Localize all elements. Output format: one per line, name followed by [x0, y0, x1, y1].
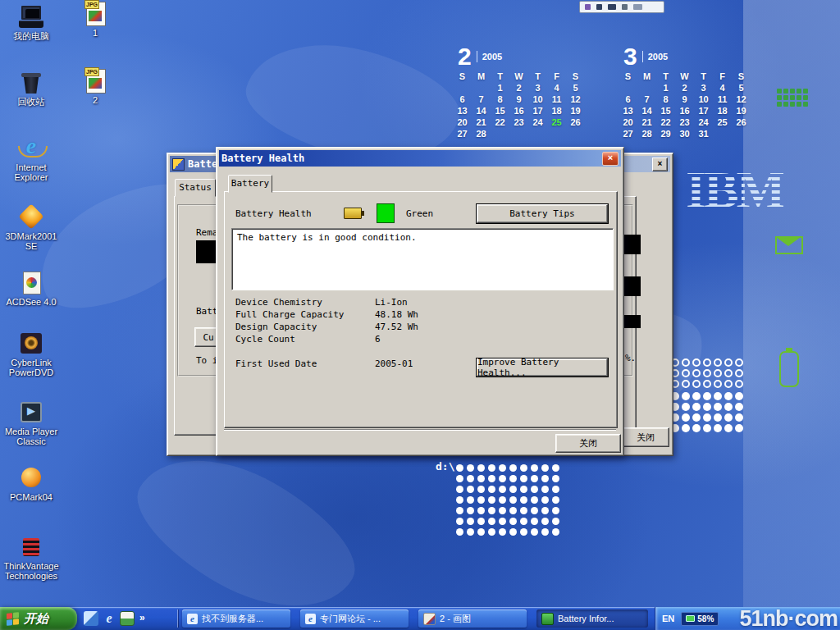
tab-battery[interactable]: Battery — [228, 175, 272, 193]
battery-tray-indicator[interactable]: 58% — [681, 612, 719, 626]
quick-launch-media-icon[interactable] — [120, 611, 135, 626]
taskbar-task-forum[interactable]: e 专门网论坛 - ... — [300, 609, 409, 628]
dot — [714, 424, 722, 432]
calendar-day: 25 — [547, 116, 566, 128]
calendar-day — [566, 128, 585, 139]
desktop-icon-recycle-bin[interactable]: 回收站 — [0, 71, 62, 107]
powerdvd-icon — [16, 331, 46, 356]
calendar-header: 3 2005 — [619, 43, 756, 71]
dot — [783, 95, 788, 100]
taskbar: 开始 e » e 找不到服务器... e 专门网论坛 - ... 2 - 画图 … — [0, 607, 840, 630]
watermark: 51nb·com — [739, 607, 838, 630]
close-button[interactable]: × — [602, 152, 619, 166]
wallpaper-dot-grid — [456, 464, 559, 536]
calendar-day: 31 — [694, 128, 713, 139]
dot — [456, 475, 463, 482]
wallpaper-calendar-february: 2 2005 SMTWTFS 1234567891011121314151617… — [453, 43, 591, 139]
battery-detail-row: Device Chemistry Li-Ion — [235, 296, 605, 308]
calendar-day-header: T — [491, 71, 509, 82]
improve-battery-health-button[interactable]: Improve Battery Health... — [477, 358, 608, 377]
quick-launch-overflow-chevron[interactable]: » — [139, 612, 145, 623]
wallpaper-dot-grid — [671, 358, 743, 388]
calendar-day: 9 — [509, 94, 528, 105]
dot — [488, 475, 495, 482]
desktop-icon-media-player-classic[interactable]: ▶ Media Player Classic — [0, 400, 62, 446]
desktop-icon-pcmark04[interactable]: PCMark04 — [0, 466, 62, 502]
ie-task-icon: e — [305, 614, 316, 624]
dot — [509, 486, 517, 493]
close-dialog-button[interactable]: 关闭 — [555, 434, 621, 453]
ie-e-glyph: e — [16, 134, 46, 158]
desktop-icon-my-computer[interactable]: 我的电脑 — [0, 5, 62, 41]
calendar-day — [472, 82, 491, 94]
dialog-title: Battery Health — [221, 153, 304, 164]
dot — [477, 475, 485, 482]
dot — [541, 496, 549, 504]
dot — [499, 486, 506, 493]
dot — [552, 518, 559, 525]
quick-launch-show-desktop-icon[interactable] — [84, 611, 98, 626]
dot — [531, 464, 538, 472]
quick-launch-internet-explorer-icon[interactable]: e — [102, 611, 116, 626]
taskbar-task-paint[interactable]: 2 - 画图 — [418, 609, 527, 628]
status-glyph — [585, 4, 591, 10]
calendar-day — [453, 82, 472, 94]
desktop-icon-thinkvantage[interactable]: ThinkVantage Technologies — [0, 535, 62, 581]
tab-status[interactable]: Status — [175, 179, 216, 197]
dot — [790, 89, 795, 94]
wallpaper-dot-grid — [671, 392, 743, 432]
language-indicator[interactable]: EN — [662, 614, 674, 623]
dot — [499, 528, 506, 536]
close-button[interactable]: × — [652, 158, 668, 171]
desktop-icon-acdsee[interactable]: ACDSee 4.0 — [0, 271, 62, 307]
dot — [509, 528, 517, 536]
detail-value: 2005-01 — [375, 358, 413, 370]
calendar-month: 2 — [458, 44, 472, 69]
taskbar-task-battery-information[interactable]: Battery Infor... — [536, 609, 648, 628]
calendar-day: 18 — [547, 105, 566, 116]
my-computer-icon — [16, 5, 46, 30]
taskbar-task-server-not-found[interactable]: e 找不到服务器... — [182, 609, 290, 628]
calendar-day: 30 — [675, 128, 694, 139]
calendar-day-header: W — [509, 71, 528, 82]
health-status-color — [377, 203, 395, 223]
desktop-file-jpg-1[interactable]: JPG 1 — [64, 2, 126, 38]
desktop-icon-powerdvd[interactable]: CyberLink PowerDVD — [0, 331, 62, 377]
desktop-icon-3dmark2001[interactable]: 3DMark2001 SE — [0, 205, 62, 251]
calendar-day: 13 — [619, 105, 637, 116]
calendar-day: 19 — [732, 105, 751, 116]
desktop-icon-label: Internet Explorer — [2, 162, 61, 182]
desktop-icon-label: ThinkVantage Technologies — [2, 561, 61, 581]
dot — [456, 507, 463, 514]
dot — [456, 518, 463, 525]
calendar-day: 23 — [509, 116, 528, 128]
close-window-button[interactable]: 关闭 — [622, 427, 669, 447]
calendar-header: 2 2005 — [453, 43, 591, 71]
thinkvantage-icon — [16, 535, 46, 559]
desktop-icon-label: CyberLink PowerDVD — [2, 358, 61, 377]
task-label: 2 - 画图 — [440, 613, 471, 625]
desktop-icon-internet-explorer[interactable]: e Internet Explorer — [0, 136, 62, 182]
start-button[interactable]: 开始 — [0, 607, 77, 630]
detail-label: First Used Date — [235, 358, 375, 370]
task-label: 专门网论坛 - ... — [320, 613, 381, 625]
calendar-day: 15 — [491, 105, 509, 116]
jpg-file-icon: JPG — [80, 69, 110, 94]
calendar-day: 24 — [694, 116, 713, 128]
dot — [777, 102, 782, 107]
calendar-day: 29 — [656, 128, 675, 139]
dot — [797, 102, 801, 107]
battery-tips-button[interactable]: Battery Tips — [477, 204, 608, 223]
dot — [692, 403, 701, 411]
dot — [467, 486, 474, 493]
dot — [477, 496, 485, 504]
battery-health-dialog[interactable]: Battery Health × Battery Battery Health … — [216, 147, 624, 456]
dot — [520, 518, 527, 525]
calendar-day — [713, 128, 732, 139]
gauge-graphic — [624, 276, 641, 296]
desktop-file-jpg-2[interactable]: JPG 2 — [64, 69, 126, 105]
calendar-day: 16 — [675, 105, 694, 116]
dialog-titlebar[interactable]: Battery Health × — [219, 150, 621, 167]
dot — [552, 464, 559, 472]
dot — [531, 486, 538, 493]
